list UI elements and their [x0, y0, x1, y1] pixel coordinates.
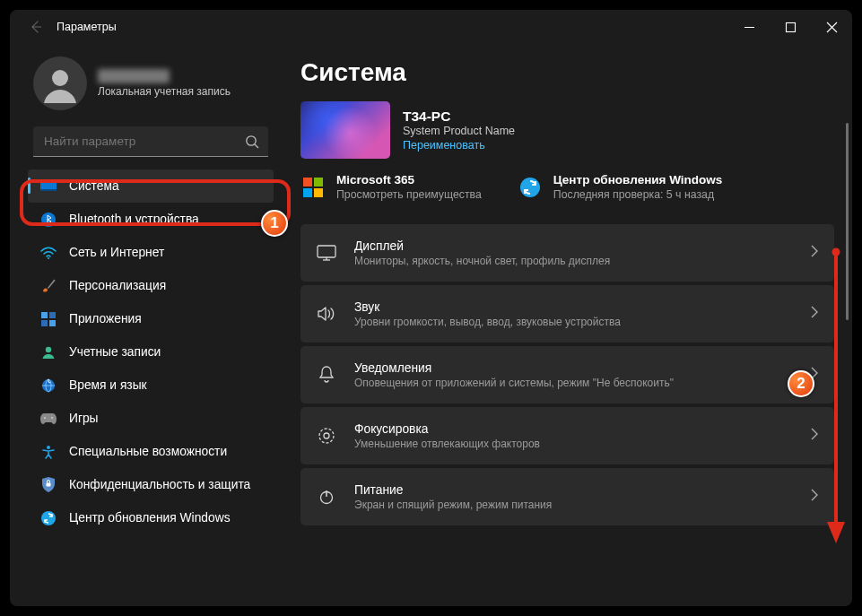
- back-icon[interactable]: [30, 21, 42, 33]
- svg-point-24: [41, 511, 56, 525]
- close-button[interactable]: [811, 10, 852, 44]
- card-m365[interactable]: Microsoft 365 Просмотреть преимущества: [300, 173, 482, 201]
- svg-point-39: [832, 248, 840, 256]
- avatar: [33, 56, 87, 110]
- sidebar-item-label: Приложения: [69, 312, 142, 325]
- svg-point-20: [44, 417, 46, 419]
- svg-point-16: [46, 346, 51, 351]
- sidebar-item-privacy[interactable]: Конфиденциальность и защита: [28, 468, 274, 501]
- item-power[interactable]: ПитаниеЭкран и спящий режим, режим питан…: [300, 468, 834, 525]
- item-title: Дисплей: [354, 239, 793, 253]
- search-box[interactable]: [33, 126, 268, 157]
- account-block[interactable]: Локальная учетная запись: [33, 56, 274, 110]
- sidebar-nav: Система Bluetooth и устройства Сеть и Ин…: [28, 169, 274, 534]
- maximize-button[interactable]: [770, 10, 811, 44]
- chevron-right-icon: [811, 489, 818, 505]
- shield-icon: [40, 477, 57, 493]
- sidebar-item-apps[interactable]: Приложения: [28, 302, 274, 335]
- svg-rect-15: [49, 320, 56, 326]
- account-subtitle: Локальная учетная запись: [98, 85, 231, 98]
- svg-rect-2: [786, 22, 795, 31]
- minimize-button[interactable]: [728, 10, 770, 44]
- rename-link[interactable]: Переименовать: [403, 139, 515, 152]
- item-display[interactable]: ДисплейМониторы, яркость, ночной свет, п…: [300, 224, 834, 282]
- annotation-arrow: [826, 249, 846, 545]
- sidebar-item-label: Специальные возможности: [69, 445, 227, 458]
- sidebar-item-system[interactable]: Система: [28, 169, 274, 203]
- page-title: Система: [300, 58, 834, 87]
- sidebar-item-accessibility[interactable]: Специальные возможности: [28, 435, 274, 468]
- sidebar-item-label: Учетные записи: [69, 345, 161, 359]
- item-title: Звук: [354, 300, 793, 314]
- svg-point-11: [48, 256, 49, 258]
- chevron-right-icon: [811, 428, 818, 444]
- item-sub: Уровни громкости, вывод, ввод, звуковые …: [354, 316, 793, 328]
- device-name: T34-PC: [403, 108, 515, 125]
- scrollbar-thumb[interactable]: [846, 123, 849, 320]
- sidebar-item-label: Сеть и Интернет: [69, 246, 164, 259]
- account-name: [98, 69, 170, 83]
- item-title: Питание: [354, 483, 793, 497]
- svg-marker-38: [827, 522, 845, 543]
- svg-point-21: [51, 417, 53, 419]
- settings-items: ДисплейМониторы, яркость, ночной свет, п…: [300, 224, 834, 525]
- update-card-icon: [518, 175, 543, 200]
- device-thumbnail[interactable]: [300, 101, 390, 159]
- caption-buttons: [728, 10, 852, 44]
- sidebar-item-bluetooth[interactable]: Bluetooth и устройства: [28, 203, 274, 236]
- svg-rect-27: [303, 188, 312, 197]
- sidebar-item-label: Система: [69, 179, 119, 193]
- titlebar: Параметры: [10, 10, 852, 44]
- settings-window: Параметры Локальная учетная запись: [10, 10, 852, 606]
- item-notifications[interactable]: УведомленияОповещения от приложений и си…: [300, 346, 834, 403]
- sidebar: Локальная учетная запись Система: [10, 44, 281, 606]
- display-icon: [317, 243, 336, 263]
- svg-point-34: [324, 433, 329, 438]
- item-title: Уведомления: [354, 361, 793, 375]
- item-sub: Уменьшение отвлекающих факторов: [354, 438, 793, 450]
- item-sub: Оповещения от приложений и системы, режи…: [354, 377, 793, 389]
- globe-icon: [40, 377, 57, 394]
- svg-rect-9: [40, 189, 57, 191]
- sidebar-item-personalization[interactable]: Персонализация: [28, 269, 274, 302]
- search-input[interactable]: [33, 126, 268, 157]
- system-icon: [40, 178, 57, 195]
- svg-line-7: [255, 144, 258, 148]
- apps-icon: [40, 311, 57, 327]
- brush-icon: [40, 278, 57, 294]
- item-focus[interactable]: ФокусировкаУменьшение отвлекающих фактор…: [300, 407, 834, 464]
- sidebar-item-label: Конфиденциальность и защита: [69, 478, 250, 491]
- item-sub: Мониторы, яркость, ночной свет, профиль …: [354, 255, 793, 267]
- sidebar-item-label: Время и язык: [69, 378, 147, 392]
- item-sub: Экран и спящий режим, режим питания: [354, 499, 793, 511]
- focus-icon: [317, 426, 336, 446]
- sidebar-item-network[interactable]: Сеть и Интернет: [28, 236, 274, 269]
- annotation-badge-2: 2: [788, 370, 814, 397]
- chevron-right-icon: [811, 245, 818, 261]
- svg-rect-25: [303, 178, 312, 187]
- sidebar-item-accounts[interactable]: Учетные записи: [28, 335, 274, 369]
- item-sound[interactable]: ЗвукУровни громкости, вывод, ввод, звуко…: [300, 285, 834, 343]
- accessibility-icon: [40, 444, 57, 460]
- sidebar-item-time[interactable]: Время и язык: [28, 369, 274, 402]
- svg-point-33: [319, 429, 334, 443]
- svg-point-6: [247, 136, 256, 145]
- scrollbar[interactable]: [846, 123, 849, 588]
- svg-point-5: [52, 70, 68, 86]
- accounts-icon: [40, 344, 57, 360]
- bluetooth-icon: [40, 212, 57, 228]
- device-block: T34-PC System Product Name Переименовать: [300, 101, 834, 159]
- svg-rect-23: [47, 483, 51, 487]
- sidebar-item-gaming[interactable]: Игры: [28, 402, 274, 435]
- svg-point-22: [47, 446, 50, 449]
- wifi-icon: [40, 245, 57, 261]
- svg-rect-26: [314, 178, 323, 187]
- sidebar-item-label: Персонализация: [69, 279, 166, 292]
- svg-rect-12: [41, 312, 48, 318]
- card-update[interactable]: Центр обновления Windows Последняя прове…: [518, 173, 723, 201]
- svg-rect-14: [41, 320, 48, 326]
- sidebar-item-update[interactable]: Центр обновления Windows: [28, 501, 274, 534]
- sidebar-item-label: Игры: [69, 412, 99, 425]
- main-content: Система T34-PC System Product Name Переи…: [281, 44, 852, 606]
- search-icon: [245, 134, 259, 152]
